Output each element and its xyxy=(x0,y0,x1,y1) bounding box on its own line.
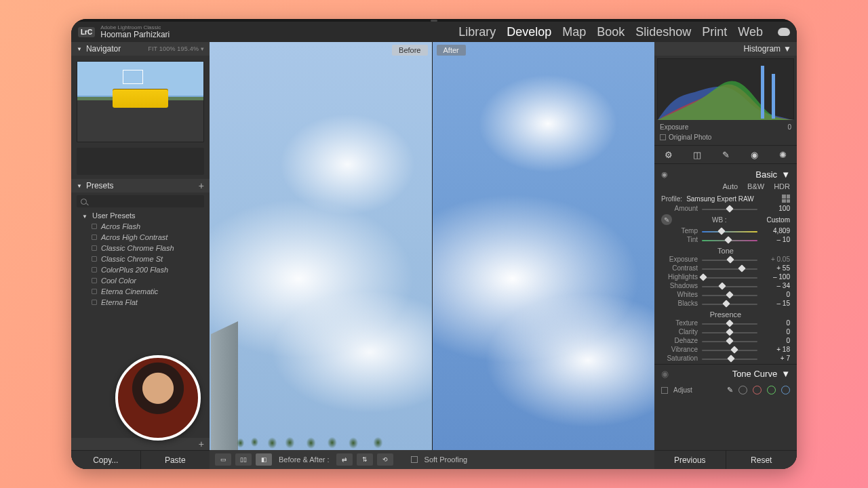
preset-item[interactable]: Acros High Contrast xyxy=(71,232,210,243)
presets-header[interactable]: ▼ Presets + xyxy=(71,179,210,192)
tab-bw[interactable]: B&W xyxy=(747,182,764,190)
slider-label: Contrast xyxy=(661,264,698,272)
profile-label: Profile: xyxy=(661,195,682,203)
blacks-slider[interactable]: Blacks – 15 xyxy=(654,299,797,308)
mask-icon[interactable]: ◉ xyxy=(749,149,760,160)
blue-channel[interactable] xyxy=(781,386,790,394)
preset-item[interactable]: Eterna Flat xyxy=(71,297,210,308)
navigator-zoom[interactable]: FIT 100% 195.4% ▾ xyxy=(148,45,204,52)
wb-value[interactable]: Custom xyxy=(767,216,790,224)
slider-value[interactable]: + 55 xyxy=(762,264,790,272)
profile-browser-icon[interactable] xyxy=(782,195,790,203)
preset-item[interactable]: Classic Chrome Flash xyxy=(71,243,210,253)
preset-item[interactable]: ColorPlus 200 Flash xyxy=(71,264,210,275)
ba-top-bottom-button[interactable]: ⇅ xyxy=(357,453,373,466)
tab-auto[interactable]: Auto xyxy=(722,182,738,190)
dehaze-slider[interactable]: Dehaze0 xyxy=(654,336,797,345)
histogram[interactable] xyxy=(657,58,794,119)
clarity-slider[interactable]: Clarity0 xyxy=(654,327,797,336)
temp-slider[interactable]: Temp 4,809 xyxy=(654,226,797,235)
navigator-crop-rect[interactable] xyxy=(123,70,143,84)
compare-view-button[interactable]: ▯▯ xyxy=(235,453,252,466)
slider-value[interactable]: 0 xyxy=(762,337,790,344)
paste-button[interactable]: Paste xyxy=(141,451,210,469)
module-book[interactable]: Book xyxy=(597,25,625,39)
slider-value[interactable]: 0 xyxy=(762,291,790,298)
saturation-slider[interactable]: Saturation+ 7 xyxy=(654,354,797,363)
tab-hdr[interactable]: HDR xyxy=(774,182,790,190)
slider-value[interactable]: – 10 xyxy=(762,236,790,243)
ba-swap-button[interactable]: ⟲ xyxy=(377,453,393,466)
navigator-header[interactable]: ▼ Navigator FIT 100% 195.4% ▾ xyxy=(71,42,210,56)
slider-value[interactable]: 0 xyxy=(762,328,790,336)
center-panel: Before After ▭ ▯▯ ◧ Before & After : ⇄ ⇅… xyxy=(210,42,654,469)
healing-icon[interactable]: ✎ xyxy=(720,149,731,160)
shadows-slider[interactable]: Shadows – 34 xyxy=(654,281,797,290)
preset-item[interactable]: Classic Chrome St xyxy=(71,253,210,264)
green-channel[interactable] xyxy=(767,386,776,394)
preset-item[interactable]: Eterna Cinematic xyxy=(71,286,210,297)
luma-channel[interactable] xyxy=(738,386,747,394)
soft-proofing-checkbox[interactable] xyxy=(411,456,418,463)
preset-search[interactable] xyxy=(77,195,204,207)
previous-button[interactable]: Previous xyxy=(654,451,726,469)
tint-slider[interactable]: Tint – 10 xyxy=(654,235,797,244)
slider-value[interactable]: 4,809 xyxy=(762,227,790,235)
slider-value[interactable]: – 34 xyxy=(762,282,790,289)
slider-value[interactable]: + 7 xyxy=(762,354,790,362)
amount-slider[interactable]: Amount 100 xyxy=(654,204,797,213)
basic-header[interactable]: ◉ Basic ▼ xyxy=(654,167,797,182)
before-after-view-button[interactable]: ◧ xyxy=(256,453,272,466)
exposure-slider[interactable]: Exposure + 0.05 xyxy=(654,255,797,264)
preset-item[interactable]: Acros Flash xyxy=(71,221,210,232)
canvas[interactable]: Before After xyxy=(210,42,654,450)
point-curve-icon[interactable]: ✎ xyxy=(727,386,733,394)
vibrance-slider[interactable]: Vibrance+ 18 xyxy=(654,345,797,354)
preset-item[interactable]: Cool Color xyxy=(71,275,210,286)
panel-toggle-icon[interactable]: ◉ xyxy=(661,369,669,379)
highlights-slider[interactable]: Highlights – 100 xyxy=(654,272,797,281)
slider-value[interactable]: + 0.05 xyxy=(762,256,790,263)
edit-sliders-icon[interactable]: ⚙ xyxy=(663,149,674,160)
crop-icon[interactable]: ◫ xyxy=(692,149,703,160)
panel-toggle-icon[interactable]: ◉ xyxy=(661,170,668,179)
original-photo-checkbox[interactable] xyxy=(660,134,666,140)
add-preset-icon[interactable]: + xyxy=(199,180,204,191)
texture-slider[interactable]: Texture0 xyxy=(654,319,797,327)
slider-value[interactable]: – 15 xyxy=(762,300,790,307)
module-develop[interactable]: Develop xyxy=(507,25,551,39)
add-icon[interactable]: + xyxy=(199,439,204,449)
reset-button[interactable]: Reset xyxy=(726,451,797,469)
module-map[interactable]: Map xyxy=(562,25,586,39)
module-web[interactable]: Web xyxy=(738,25,763,39)
titlebar: LrC Adobe Lightroom Classic Hooman Parhi… xyxy=(71,22,797,42)
adjust-checkbox[interactable] xyxy=(661,387,668,394)
before-view[interactable]: Before xyxy=(210,42,432,450)
histogram-header[interactable]: Histogram ▼ xyxy=(654,42,797,56)
slider-value[interactable]: 0 xyxy=(762,319,790,327)
module-slideshow[interactable]: Slideshow xyxy=(635,25,691,39)
slider-value[interactable]: + 18 xyxy=(762,346,790,353)
preset-group-user[interactable]: ▼ User Presets xyxy=(71,210,210,221)
left-extra-header[interactable]: + xyxy=(71,438,210,450)
copy-button[interactable]: Copy... xyxy=(71,451,141,469)
loupe-view-button[interactable]: ▭ xyxy=(215,453,231,466)
profile-value[interactable]: Samsung Expert RAW xyxy=(686,195,754,203)
module-print[interactable]: Print xyxy=(702,25,727,39)
tone-curve-header[interactable]: ◉ Tone Curve ▼ xyxy=(654,364,797,383)
contrast-slider[interactable]: Contrast + 55 xyxy=(654,264,797,272)
original-photo-row[interactable]: Original Photo xyxy=(654,132,797,145)
navigator-preview[interactable] xyxy=(77,61,204,142)
after-view[interactable]: After xyxy=(433,42,655,450)
slider-value[interactable]: – 100 xyxy=(762,273,790,281)
slider-label: Blacks xyxy=(661,300,698,307)
red-channel[interactable] xyxy=(753,386,762,394)
profile-row[interactable]: Profile: Samsung Expert RAW xyxy=(654,193,797,204)
slider-value[interactable]: 100 xyxy=(762,205,790,212)
whites-slider[interactable]: Whites 0 xyxy=(654,290,797,299)
cloud-sync-icon[interactable] xyxy=(778,28,790,36)
module-library[interactable]: Library xyxy=(458,25,496,39)
eyedropper-icon[interactable]: ✎ xyxy=(661,214,672,225)
redeye-icon[interactable]: ✺ xyxy=(777,149,788,160)
ba-left-right-button[interactable]: ⇄ xyxy=(336,453,353,466)
